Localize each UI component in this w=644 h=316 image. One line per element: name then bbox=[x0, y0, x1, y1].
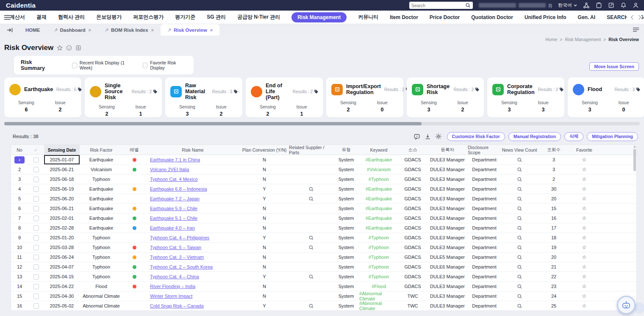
user-icon[interactable] bbox=[633, 2, 639, 8]
row-checkbox[interactable] bbox=[33, 235, 39, 241]
close-icon[interactable]: × bbox=[151, 28, 154, 33]
move-issue-screen-button[interactable]: Move Issue Screen bbox=[589, 62, 639, 71]
favorite-star-icon[interactable]: ☆ bbox=[582, 166, 587, 172]
risk-card-shortage-risk[interactable]: Shortage RiskResults : 3Sensing3Issue2 bbox=[407, 78, 484, 117]
nav-item-quotation-doctor[interactable]: Quotation Doctor bbox=[471, 14, 513, 20]
related-search-icon[interactable] bbox=[308, 235, 314, 241]
table-row[interactable]: 132025-04-15TyphoonTyphoon Cat. 4 – Chin… bbox=[11, 272, 636, 282]
favorite-star-icon[interactable]: ☆ bbox=[582, 293, 587, 299]
table-row[interactable]: 142025-04-22FloodRiver Flooding – IndiaN… bbox=[11, 282, 636, 291]
breadcrumb-home[interactable]: Home bbox=[545, 37, 557, 42]
news-view-search-icon[interactable] bbox=[517, 177, 522, 182]
risk-name-link[interactable]: Typhoon Cat. 3 – Vietnam bbox=[150, 255, 204, 260]
column-header-keyword[interactable]: Keyword bbox=[359, 145, 398, 155]
favorite-star-icon[interactable]: ☆ bbox=[582, 254, 587, 260]
tab-list-icon[interactable] bbox=[633, 27, 639, 32]
column-header-no[interactable]: No bbox=[11, 145, 28, 155]
news-view-search-icon[interactable] bbox=[517, 225, 522, 231]
nav-item-risk-management[interactable]: Risk Management bbox=[291, 12, 347, 22]
favorite-star-icon[interactable]: ☆ bbox=[582, 303, 587, 309]
gear-icon[interactable] bbox=[435, 133, 442, 140]
keyword-tag[interactable]: #Typhoon bbox=[369, 177, 389, 182]
related-search-icon[interactable] bbox=[308, 196, 314, 202]
table-row[interactable]: 102025-03-28TyphoonTyphoon Cat. 5 – Taiw… bbox=[11, 243, 636, 252]
tab-risk-overview[interactable]: Risk Overview× bbox=[161, 24, 219, 36]
risk-card-import-export-regulation[interactable]: Import/Export RegulationResults : 2Sensi… bbox=[326, 78, 403, 117]
table-row[interactable]: ›2025-01-07EarthquakeEarthquake 7.1 in C… bbox=[11, 155, 636, 165]
table-vertical-scrollbar[interactable]: ▲ bbox=[633, 145, 636, 155]
news-view-search-icon[interactable] bbox=[517, 245, 522, 250]
close-icon[interactable]: × bbox=[89, 28, 91, 33]
row-checkbox[interactable] bbox=[33, 255, 39, 260]
news-view-search-icon[interactable] bbox=[517, 186, 522, 192]
scroll-up-arrow-icon[interactable]: ▲ bbox=[633, 145, 636, 148]
keyword-tag[interactable]: #Earthquake bbox=[366, 216, 392, 221]
nav-item-계산서[interactable]: 계산서 bbox=[10, 14, 25, 21]
related-search-icon[interactable] bbox=[308, 186, 314, 192]
global-search[interactable] bbox=[409, 2, 473, 9]
keyword-tag[interactable]: #Typhoon bbox=[369, 245, 389, 250]
org-network-icon[interactable] bbox=[583, 2, 590, 9]
column-header-date[interactable]: Sensing Date bbox=[44, 145, 80, 155]
table-row[interactable]: 32025-06-18TyphoonTyphoon Cat. 4 MexicoN… bbox=[11, 175, 636, 184]
close-icon[interactable]: × bbox=[210, 28, 213, 33]
button-삭제[interactable]: 삭제 bbox=[564, 132, 583, 141]
risk-card-raw-material-risk[interactable]: Raw Material RiskResults : 3Sensing3Issu… bbox=[165, 78, 242, 117]
nav-item-gen-ai[interactable]: Gen. AI bbox=[578, 14, 596, 20]
checkbox-icon[interactable] bbox=[72, 63, 77, 68]
keyword-tag[interactable]: #Typhoon bbox=[369, 274, 389, 279]
column-header-fav[interactable]: Favorite bbox=[569, 145, 599, 155]
column-header-level[interactable]: 레벨 bbox=[123, 145, 146, 155]
nav-item-price-doctor[interactable]: Price Doctor bbox=[430, 14, 460, 20]
table-row[interactable]: 92025-01-20TyphoonTyphoon Cat. 4 – Phili… bbox=[11, 233, 636, 243]
button-customize-risk-factor[interactable]: Customize Risk Factor bbox=[447, 132, 505, 141]
keyword-tag[interactable]: #Earthquake bbox=[366, 206, 392, 211]
recent-risk-checkbox[interactable]: Recent Risk Display (1 Week) bbox=[72, 60, 132, 70]
favorite-star-icon[interactable]: ☆ bbox=[582, 205, 587, 211]
favorite-star-icon[interactable]: ☆ bbox=[582, 176, 587, 182]
favorite-star-icon[interactable]: ☆ bbox=[582, 186, 587, 192]
download-icon[interactable] bbox=[425, 133, 431, 140]
row-checkbox[interactable] bbox=[33, 284, 39, 289]
nav-item-평가기준[interactable]: 평가기준 bbox=[175, 14, 195, 21]
favorite-star-icon[interactable]: ☆ bbox=[582, 274, 587, 280]
search-input[interactable] bbox=[411, 3, 465, 8]
risk-name-link[interactable]: Typhoon Cat. 2 – South Korea bbox=[150, 264, 213, 269]
risk-card-flood[interactable]: FloodResults : 3Sensing3Issue0 bbox=[568, 78, 644, 117]
column-header-name[interactable]: Risk Name bbox=[146, 145, 240, 155]
chatbot-button[interactable] bbox=[617, 296, 636, 314]
row-checkbox[interactable] bbox=[33, 225, 39, 231]
language-selector[interactable]: 한국어 bbox=[558, 2, 577, 8]
keyword-tag[interactable]: #Abnormal Climate bbox=[359, 301, 398, 310]
column-header-news[interactable]: News View Count bbox=[501, 145, 538, 155]
favorite-star-icon[interactable]: ☆ bbox=[582, 264, 587, 270]
related-search-icon[interactable] bbox=[308, 245, 314, 250]
table-row[interactable]: 42025-06-19EarthquakeEarthquake 6.8 – In… bbox=[11, 184, 636, 194]
collapse-tabs-icon[interactable] bbox=[7, 28, 13, 33]
column-header-factor[interactable]: Risk Factor bbox=[80, 145, 123, 155]
news-view-search-icon[interactable] bbox=[517, 235, 522, 241]
nav-item-퍼포먼스평가[interactable]: 퍼포먼스평가 bbox=[133, 14, 164, 21]
tab-home[interactable]: HOME bbox=[19, 24, 47, 36]
nav-item-unified-price-info[interactable]: Unified Price Info bbox=[525, 14, 566, 20]
keyword-tag[interactable]: #Typhoon bbox=[369, 255, 389, 260]
favorite-star-icon[interactable] bbox=[57, 45, 63, 51]
nav-item-item-doctor[interactable]: Item Doctor bbox=[390, 14, 418, 20]
menu-hamburger-icon[interactable] bbox=[4, 15, 11, 20]
news-view-search-icon[interactable] bbox=[517, 157, 522, 163]
cards-horizontal-scrollbar[interactable] bbox=[4, 122, 640, 125]
row-checkbox[interactable] bbox=[33, 167, 39, 172]
bell-icon[interactable] bbox=[620, 2, 627, 8]
favorite-star-icon[interactable]: ☆ bbox=[582, 244, 587, 250]
favorite-star-icon[interactable]: ☆ bbox=[582, 225, 587, 231]
row-checkbox[interactable] bbox=[33, 186, 39, 192]
search-icon[interactable] bbox=[465, 3, 471, 8]
favorite-star-icon[interactable]: ☆ bbox=[582, 215, 587, 221]
nav-item-search[interactable]: SEARCH bbox=[607, 14, 628, 20]
favorite-risk-checkbox[interactable]: Favorite Risk Display bbox=[143, 60, 187, 70]
table-row[interactable]: 122025-04-07TyphoonTyphoon Cat. 2 – Sout… bbox=[11, 262, 636, 272]
row-checkbox[interactable] bbox=[33, 274, 39, 280]
keyword-tag[interactable]: #Earthquake bbox=[366, 196, 392, 201]
table-row[interactable]: 82025-02-28EarthquakeEarthquake 4.0 – Ir… bbox=[11, 223, 636, 233]
note-edit-icon[interactable] bbox=[608, 2, 614, 8]
